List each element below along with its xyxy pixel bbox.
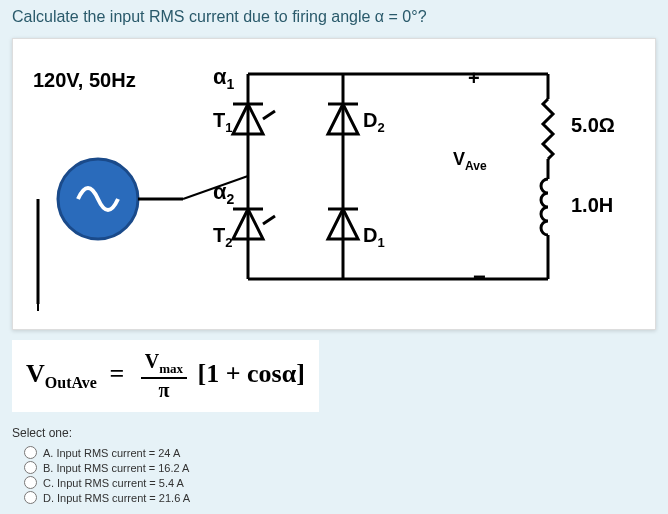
option-d-radio[interactable] xyxy=(24,491,37,504)
option-d-label: D. Input RMS current = 21.6 A xyxy=(43,492,190,504)
equation-block: VOutAve = Vmax π [1 + cosα] xyxy=(12,340,319,412)
option-a-radio[interactable] xyxy=(24,446,37,459)
option-c-label: C. Input RMS current = 5.4 A xyxy=(43,477,184,489)
source-label: 120V, 50Hz xyxy=(33,69,136,92)
select-prompt: Select one: xyxy=(12,426,656,440)
option-a-label: A. Input RMS current = 24 A xyxy=(43,447,180,459)
answers-block: Select one: A. Input RMS current = 24 A … xyxy=(12,426,656,504)
plus-label: + xyxy=(468,67,480,90)
option-a[interactable]: A. Input RMS current = 24 A xyxy=(24,446,656,459)
option-d[interactable]: D. Input RMS current = 21.6 A xyxy=(24,491,656,504)
vave-label: VAve xyxy=(453,149,487,173)
option-b[interactable]: B. Input RMS current = 16.2 A xyxy=(24,461,656,474)
option-b-radio[interactable] xyxy=(24,461,37,474)
inductor-label: 1.0H xyxy=(571,194,613,217)
alpha2-label: α2 xyxy=(213,179,234,207)
t1-label: T1 xyxy=(213,109,232,135)
alpha1-label: α1 xyxy=(213,64,234,92)
option-c[interactable]: C. Input RMS current = 5.4 A xyxy=(24,476,656,489)
option-b-label: B. Input RMS current = 16.2 A xyxy=(43,462,189,474)
d2-label: D2 xyxy=(363,109,385,135)
d1-label: D1 xyxy=(363,224,385,250)
option-c-radio[interactable] xyxy=(24,476,37,489)
t2-label: T2 xyxy=(213,224,232,250)
circuit-panel: 120V, 50Hz α1 T1 D2 α2 T2 D1 + − VAve 5.… xyxy=(12,38,656,330)
resistor-label: 5.0Ω xyxy=(571,114,615,137)
circuit-diagram: 120V, 50Hz α1 T1 D2 α2 T2 D1 + − VAve 5.… xyxy=(23,49,633,319)
minus-label: − xyxy=(473,264,486,290)
question-text: Calculate the input RMS current due to f… xyxy=(12,8,656,26)
